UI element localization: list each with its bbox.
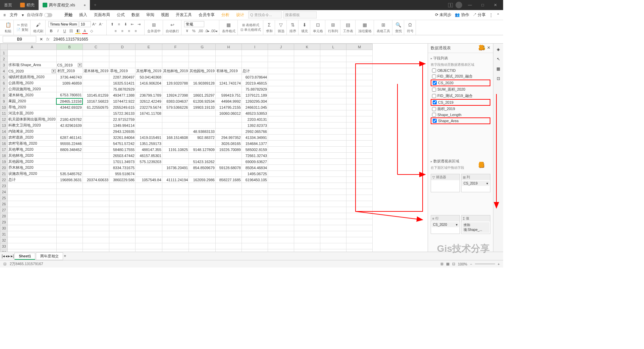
sidebar-icon-3[interactable]: ⊡ — [497, 76, 500, 81]
number-format-select[interactable] — [184, 21, 204, 27]
size-select[interactable] — [79, 21, 91, 27]
underline-button[interactable]: U — [62, 28, 68, 34]
sum-icon[interactable]: Σ — [266, 21, 273, 28]
hamburger-icon[interactable]: ≡ — [3, 13, 6, 17]
field-FID_测试_2019_融合[interactable]: FID_测试_2019_融合 — [431, 93, 490, 99]
percent-icon[interactable]: % — [191, 28, 197, 34]
sort-icon[interactable]: ⇅ — [289, 21, 296, 28]
collab-label[interactable]: 👥 协作 — [455, 12, 469, 18]
align-mid-icon[interactable]: ≡ — [116, 21, 122, 27]
align-bot-icon[interactable]: ⬇ — [123, 21, 129, 27]
copy-button[interactable]: 📄 复制 — [16, 28, 28, 32]
pivot-row-box[interactable]: ≡ 行CS_2020▾ — [431, 215, 460, 234]
menu-start[interactable]: 开始 — [62, 11, 75, 19]
sync-label[interactable]: ⟳ 未同步 — [435, 12, 451, 18]
field-SUM_面积_2020[interactable]: SUM_面积_2020 — [431, 86, 490, 93]
formula-bar[interactable]: 28465.1315791665 — [53, 36, 500, 42]
indent-inc-icon[interactable]: ⇥ — [136, 21, 142, 27]
share-label[interactable]: ↗ 分享 — [473, 12, 486, 18]
clear-format-button[interactable]: ◇ — [89, 28, 95, 34]
cond-format-icon[interactable]: ▦ — [225, 21, 232, 28]
menu-design[interactable]: 设计 — [233, 11, 247, 19]
fill-icon[interactable]: ⬇ — [301, 21, 308, 28]
tab-add[interactable]: + — [90, 0, 100, 10]
menu-caret-icon[interactable]: ⌃ — [496, 13, 500, 17]
zoom-slider[interactable] — [475, 263, 495, 264]
format-painter-icon[interactable]: 🖌 — [35, 21, 42, 28]
sheet-area[interactable]: ABCDEFGHIJKLM123求和项:Shape_AreaCS_2019▾4C… — [0, 44, 428, 252]
sheet-nav-prev[interactable]: ◂ — [5, 254, 7, 258]
close-button[interactable]: ✕ — [490, 2, 500, 8]
field-Shape_Area[interactable]: Shape_Area — [431, 117, 490, 124]
symbol-icon[interactable]: Ω — [407, 21, 414, 28]
menu-review[interactable]: 审阅 — [144, 11, 157, 19]
sidebar-cursor-icon[interactable]: ↖ — [497, 57, 500, 61]
sheet-tab-2[interactable]: 两年度相交 — [36, 252, 63, 260]
pivot-col-item[interactable]: CS_2019▾ — [462, 181, 489, 186]
pivot-filter-box[interactable]: ▽ 筛选器 — [431, 174, 460, 192]
field-OBJECTID[interactable]: OBJECTID — [431, 68, 490, 73]
indent-dec-icon[interactable]: ⇤ — [129, 21, 136, 27]
menu-member[interactable]: 会员专享 — [196, 11, 217, 19]
pivot-col-box[interactable]: ⊞ 列CS_2019▾ — [461, 174, 490, 192]
fx-icon[interactable]: fx — [46, 37, 49, 42]
zoom-out-icon[interactable]: − — [470, 262, 472, 266]
cell-icon[interactable]: ⊡ — [315, 21, 321, 28]
fill-color-button[interactable]: ◧ — [75, 28, 81, 34]
pivot-val-item[interactable]: 求和项:Shape_... — [462, 222, 489, 233]
menu-formula[interactable]: 公式 — [114, 11, 127, 19]
table-tools-icon[interactable]: ⊞ — [380, 21, 387, 28]
name-box[interactable] — [3, 36, 36, 43]
font-select[interactable] — [48, 21, 78, 27]
menu-file[interactable]: 文件 — [7, 11, 20, 19]
tab-doc[interactable]: 稻壳 — [16, 0, 39, 10]
merge-icon[interactable]: ⊞ — [151, 21, 157, 28]
autosave-toggle[interactable] — [44, 13, 52, 17]
menu-view[interactable]: 视图 — [158, 11, 172, 19]
pivot-val-box[interactable]: Σ 值求和项:Shape_... — [461, 215, 490, 234]
menu-analysis[interactable]: 分析 — [219, 11, 232, 19]
sheet-nav-first[interactable]: |◂ — [2, 254, 5, 258]
table-style-button[interactable]: ⊞ 表格样式 — [242, 23, 259, 28]
font-increase-icon[interactable]: A⁺ — [92, 21, 98, 27]
sheet-add-icon[interactable]: + — [64, 254, 66, 258]
sidebar-icon-1[interactable]: ◈ — [497, 47, 500, 52]
bold-button[interactable]: B — [48, 28, 54, 34]
paste-icon[interactable]: 📋 — [5, 21, 11, 28]
avatar[interactable] — [455, 2, 462, 8]
comma-icon[interactable]: ,00 — [198, 28, 204, 34]
tab-home[interactable]: 首页 — [0, 0, 16, 10]
cut-button[interactable]: ✂ 剪切 — [17, 23, 28, 28]
currency-icon[interactable]: ¥ — [184, 28, 190, 34]
align-top-icon[interactable]: ⬆ — [109, 21, 115, 27]
minimize-button[interactable]: — — [465, 2, 475, 8]
align-just-icon[interactable]: ≡ — [133, 28, 139, 34]
menu-data[interactable]: 数据 — [129, 11, 142, 19]
cell-style-button[interactable]: ⊡ 单元格样式 — [240, 28, 261, 32]
italic-button[interactable]: I — [55, 28, 61, 34]
view-break-icon[interactable]: ⊡ — [452, 262, 455, 266]
field-FID_测试_2020_融合[interactable]: FID_测试_2020_融合 — [431, 73, 490, 80]
menu-layout[interactable]: 页面布局 — [91, 11, 113, 19]
filter-icon[interactable]: ▽ — [278, 21, 284, 28]
search-command[interactable]: Q 查找命令... — [248, 11, 282, 18]
dec-inc-icon[interactable]: .0▸ — [204, 28, 210, 34]
menu-insert[interactable]: 插入 — [76, 11, 90, 19]
align-left-icon[interactable]: ≡ — [113, 28, 119, 34]
align-right-icon[interactable]: ≡ — [126, 28, 132, 34]
sheet-nav-next[interactable]: ▸ — [8, 254, 10, 258]
border-button[interactable]: 田 — [68, 28, 74, 34]
view-page-icon[interactable]: ▦ — [446, 262, 449, 266]
spreadsheet-grid[interactable]: ABCDEFGHIJKLM123求和项:Shape_AreaCS_2019▾4C… — [0, 44, 373, 252]
sheet-tab-1[interactable]: Sheet1 — [14, 253, 35, 260]
font-color-button[interactable]: A — [82, 28, 88, 34]
align-center-icon[interactable]: ≡ — [119, 28, 125, 34]
font-decrease-icon[interactable]: A⁻ — [98, 21, 104, 27]
sheet-icon[interactable]: ▤ — [345, 21, 352, 28]
sheet-nav-last[interactable]: ▸| — [11, 254, 14, 258]
find-icon[interactable]: 🔍 — [395, 21, 402, 28]
field-CS_2019[interactable]: CS_2019 — [431, 99, 490, 106]
freeze-icon[interactable]: ▦ — [362, 21, 368, 28]
pivot-row-item[interactable]: CS_2020▾ — [432, 222, 459, 227]
view-normal-icon[interactable]: ⊞ — [440, 262, 443, 266]
